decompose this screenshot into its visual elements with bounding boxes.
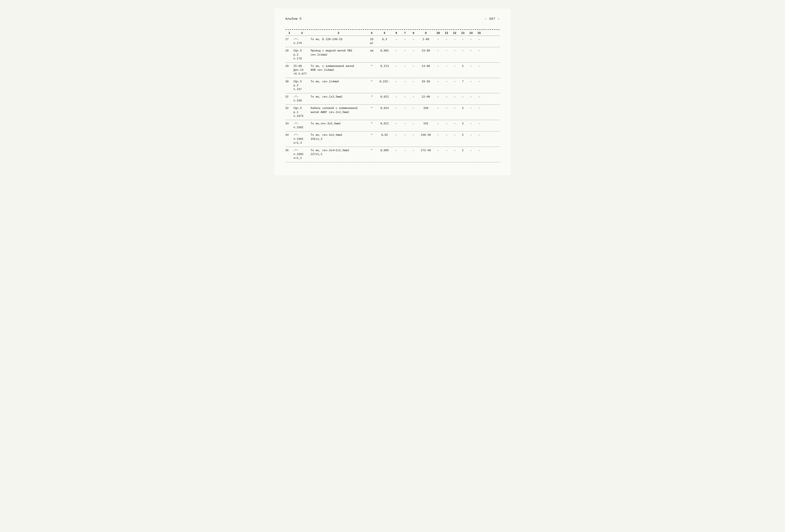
table-row: 32СЦч.5 р.1 п.I075Кабель силовой с алюми… [285, 105, 500, 120]
col-header-3: 3 [311, 31, 366, 35]
rows-container: 27–"– п.276То же, Б 220-230-IOIO шт0,3––… [285, 36, 500, 162]
table-row: 3I–"– п.I66То же, сеч.Iх2,5мм2"0,0I2–––2… [285, 93, 500, 105]
table-top-border [285, 29, 500, 30]
col-header-11: II [442, 31, 451, 35]
table-container: I 2 3 4 5 6 7 8 9 IO II I2 I3 I4 I5 27–"… [285, 29, 500, 162]
table-row: 30СЦч.5 р.2 п.I67То же, сеч.Iх4мм2"0,23I… [285, 78, 500, 94]
col-header-5: 5 [377, 31, 392, 35]
page-header: Альбом 5 – 307 – [285, 17, 500, 23]
table-header-row: I 2 3 4 5 6 7 8 9 IO II I2 I3 I4 I5 [285, 30, 500, 36]
col-header-10: IO [434, 31, 442, 35]
table-row: 29I5-09 Доп.I4 тб.5-077То же, с алюминие… [285, 62, 500, 78]
page-number: – 307 – [485, 17, 500, 21]
table-row: 28СЦч.5 р.2 п.I78Провод с медной жилой П… [285, 47, 500, 62]
col-header-7: 7 [401, 31, 409, 35]
col-header-13: I3 [459, 31, 467, 35]
album-title: Альбом 5 [285, 17, 302, 21]
table-row: 33–"– п.I09IТо же,сеч.3х2,5мм2"0,0II–––I… [285, 120, 500, 131]
table-row: 35–"– п.I092 к=I,2То же, сеч.3х4+Iх2,5мм… [285, 147, 500, 162]
col-header-2: 2 [294, 31, 311, 35]
col-header-4: 4 [366, 31, 377, 35]
table-row: 27–"– п.276То же, Б 220-230-IOIO шт0,3––… [285, 36, 500, 47]
col-header-8: 8 [409, 31, 418, 35]
col-header-9: 9 [418, 31, 434, 35]
col-header-12: I2 [451, 31, 459, 35]
col-header-15: I5 [475, 31, 483, 35]
col-header-6: 6 [392, 31, 401, 35]
col-header-14: I4 [467, 31, 475, 35]
col-header-1: I [285, 31, 294, 35]
table-row: 34–"– п.I09I к=I,3То же, сеч.4х2,5мм2 I9… [285, 131, 500, 147]
page-container: Альбом 5 – 307 – I 2 3 4 5 6 7 8 9 IO II… [275, 8, 510, 175]
